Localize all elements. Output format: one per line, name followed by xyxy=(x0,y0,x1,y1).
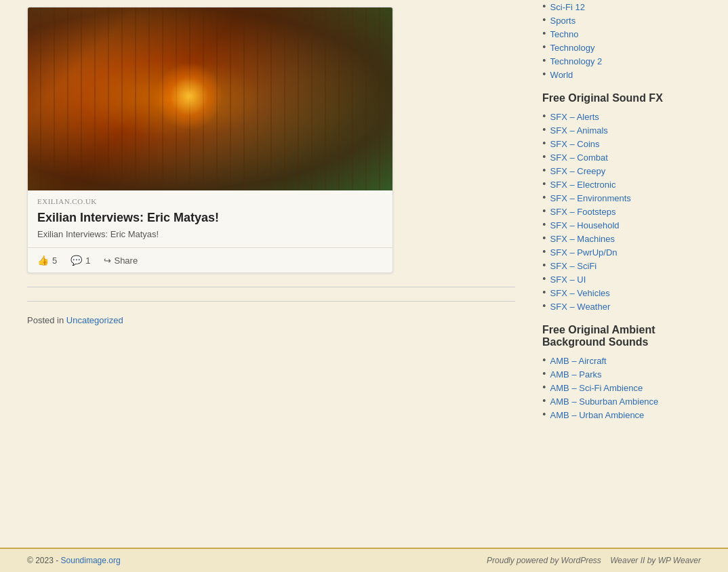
list-item: World xyxy=(542,68,698,81)
ambient-section-title: Free Original Ambient Background Sounds xyxy=(542,324,698,348)
post-source: EXILIAN.CO.UK xyxy=(28,190,392,208)
comment-button[interactable]: 💬 1 xyxy=(70,255,90,266)
post-actions: 👍 5 💬 1 ↪ Share xyxy=(28,247,392,272)
sidebar-categories-top: Sci-Fi 12 Sports Techno Technology Techn… xyxy=(542,0,698,81)
list-item: Techno xyxy=(542,27,698,41)
amb-aircraft-link[interactable]: AMB – Aircraft xyxy=(550,356,607,366)
footer-left: © 2023 - Soundimage.org xyxy=(27,556,121,565)
sidebar-link-techno[interactable]: Techno xyxy=(550,29,579,39)
list-item: SFX – Household xyxy=(542,218,698,232)
list-item: Technology xyxy=(542,41,698,54)
footer: © 2023 - Soundimage.org Proudly powered … xyxy=(0,548,728,572)
list-item: AMB – Sci-Fi Ambience xyxy=(542,381,698,394)
like-icon: 👍 xyxy=(37,255,49,266)
sfx-environments-link[interactable]: SFX – Environments xyxy=(550,193,631,203)
list-item: Technology 2 xyxy=(542,54,698,68)
post-card: EXILIAN.CO.UK Exilian Interviews: Eric M… xyxy=(27,7,393,273)
list-item: SFX – Footsteps xyxy=(542,205,698,218)
sidebar-sfx-list: SFX – Alerts SFX – Animals SFX – Coins S… xyxy=(542,110,698,313)
like-count: 5 xyxy=(52,256,57,266)
list-item: AMB – Urban Ambience xyxy=(542,408,698,422)
share-arrow-icon: ↪ xyxy=(104,256,111,266)
sfx-household-link[interactable]: SFX – Household xyxy=(550,220,620,230)
comment-count: 1 xyxy=(85,256,90,266)
share-label: Share xyxy=(114,256,138,266)
list-item: SFX – Coins xyxy=(542,137,698,150)
sidebar-link-technology2[interactable]: Technology 2 xyxy=(550,56,603,66)
sfx-section-title: Free Original Sound FX xyxy=(542,92,698,104)
sidebar-link-technology[interactable]: Technology xyxy=(550,43,595,53)
list-item: Sports xyxy=(542,14,698,27)
list-item: SFX – Machines xyxy=(542,232,698,245)
like-button[interactable]: 👍 5 xyxy=(37,255,57,266)
footer-site-link[interactable]: Soundimage.org xyxy=(61,556,121,565)
sfx-pwrupdn-link[interactable]: SFX – PwrUp/Dn xyxy=(550,247,618,258)
sfx-vehicles-link[interactable]: SFX – Vehicles xyxy=(550,288,610,298)
sfx-ui-link[interactable]: SFX – UI xyxy=(550,274,586,285)
sfx-machines-link[interactable]: SFX – Machines xyxy=(550,234,615,244)
list-item: SFX – Electronic xyxy=(542,178,698,191)
footer-theme: Weaver II by WP Weaver xyxy=(610,556,701,565)
comment-icon: 💬 xyxy=(70,255,82,266)
post-image xyxy=(28,7,392,190)
posted-in-category-link[interactable]: Uncategorized xyxy=(66,315,123,325)
amb-suburban-link[interactable]: AMB – Suburban Ambience xyxy=(550,396,659,407)
sfx-combat-link[interactable]: SFX – Combat xyxy=(550,152,608,163)
footer-copyright: © 2023 - xyxy=(27,556,58,565)
footer-powered-by: Proudly powered by WordPress xyxy=(487,556,601,565)
sfx-creepy-link[interactable]: SFX – Creepy xyxy=(550,166,606,176)
list-item: SFX – Vehicles xyxy=(542,286,698,300)
main-content: EXILIAN.CO.UK Exilian Interviews: Eric M… xyxy=(0,0,535,572)
footer-right: Proudly powered by WordPress Weaver II b… xyxy=(487,556,701,565)
list-item: Sci-Fi 12 xyxy=(542,0,698,14)
amb-scifi-link[interactable]: AMB – Sci-Fi Ambience xyxy=(550,383,643,393)
posted-in-label: Posted in xyxy=(27,315,64,325)
sfx-coins-link[interactable]: SFX – Coins xyxy=(550,139,600,149)
sfx-scifi-link[interactable]: SFX – SciFi xyxy=(550,261,597,271)
list-item: SFX – SciFi xyxy=(542,259,698,272)
sidebar-link-world[interactable]: World xyxy=(550,70,573,80)
share-button[interactable]: ↪ Share xyxy=(104,256,138,266)
list-item: SFX – UI xyxy=(542,272,698,286)
posted-in: Posted in Uncategorized xyxy=(27,315,522,325)
list-item: AMB – Aircraft xyxy=(542,354,698,367)
list-item: SFX – Environments xyxy=(542,191,698,205)
list-item: SFX – Animals xyxy=(542,123,698,137)
list-item: SFX – Creepy xyxy=(542,164,698,178)
post-title: Exilian Interviews: Eric Matyas! xyxy=(28,208,392,229)
sfx-weather-link[interactable]: SFX – Weather xyxy=(550,302,611,312)
divider-bottom xyxy=(27,301,515,302)
sfx-alerts-link[interactable]: SFX – Alerts xyxy=(550,112,599,122)
sidebar-ambient-list: AMB – Aircraft AMB – Parks AMB – Sci-Fi … xyxy=(542,354,698,422)
post-description: Exilian Interviews: Eric Matyas! xyxy=(28,229,392,247)
sfx-footsteps-link[interactable]: SFX – Footsteps xyxy=(550,207,616,217)
sfx-animals-link[interactable]: SFX – Animals xyxy=(550,125,608,136)
sfx-electronic-link[interactable]: SFX – Electronic xyxy=(550,180,616,190)
sidebar-link-sports[interactable]: Sports xyxy=(550,16,576,26)
divider-top xyxy=(27,287,515,287)
list-item: SFX – PwrUp/Dn xyxy=(542,245,698,259)
list-item: AMB – Parks xyxy=(542,367,698,381)
amb-parks-link[interactable]: AMB – Parks xyxy=(550,369,602,380)
amb-urban-link[interactable]: AMB – Urban Ambience xyxy=(550,410,645,420)
sidebar-link-scifi12[interactable]: Sci-Fi 12 xyxy=(550,2,585,12)
list-item: AMB – Suburban Ambience xyxy=(542,394,698,408)
sidebar: Sci-Fi 12 Sports Techno Technology Techn… xyxy=(535,0,712,572)
list-item: SFX – Alerts xyxy=(542,110,698,123)
list-item: SFX – Combat xyxy=(542,150,698,164)
list-item: SFX – Weather xyxy=(542,300,698,313)
